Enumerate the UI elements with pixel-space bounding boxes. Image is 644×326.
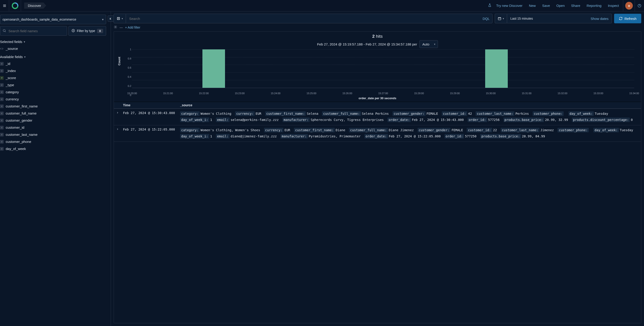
field-name: customer_gender — [6, 118, 32, 122]
field-item[interactable]: t_type — [0, 81, 108, 88]
filter-settings-button[interactable] — [114, 25, 117, 30]
field-item[interactable]: t_index — [0, 67, 108, 74]
field-item[interactable]: tcustomer_id — [0, 124, 108, 131]
field-kv: category:Women's Clothing, Women's Shoes — [180, 128, 262, 132]
chevron-down-icon: ▾ — [24, 55, 26, 59]
histogram-bar[interactable] — [202, 49, 225, 88]
date-range-input[interactable]: Last 15 minutes Show dates — [507, 14, 612, 23]
field-key: order_date: — [364, 134, 388, 138]
app-logo[interactable] — [9, 0, 21, 11]
number-field-icon: # — [0, 76, 4, 80]
xtick: 15:34:00 — [630, 92, 639, 95]
menu-share[interactable]: Share — [568, 2, 583, 9]
field-name: customer_phone — [6, 140, 31, 143]
results-panel: 2 hits Feb 27, 2024 @ 15:19:57.188 - Feb… — [114, 31, 641, 323]
add-filter-link[interactable]: + Add filter — [125, 26, 140, 29]
field-value: Pyramidustries, Primemaster — [309, 134, 361, 138]
user-avatar[interactable]: o — [625, 2, 633, 10]
search-input-wrap[interactable]: DQL — [126, 14, 492, 23]
field-key: customer_last_name: — [476, 111, 514, 116]
field-key: customer_id: — [467, 128, 492, 132]
xtick: 15:28:00 — [414, 92, 424, 95]
text-field-icon: t — [0, 90, 4, 94]
field-kv: products.discount_percentage:0 — [572, 118, 635, 122]
filter-by-type-button[interactable]: Filter by type 0 — [68, 26, 106, 36]
expand-row-button[interactable] — [116, 111, 123, 123]
field-kv: customer_last_name:Jimenez — [501, 128, 556, 132]
index-pattern-value: opensearch_dashboards_sample_data_ecomme… — [2, 18, 76, 21]
chevron-down-icon: ▾ — [122, 17, 123, 20]
text-field-icon: t — [0, 97, 4, 101]
field-value: 0 — [631, 118, 632, 122]
field-value: Tuesday — [620, 128, 633, 132]
field-key: products.discount_percentage: — [572, 117, 630, 122]
field-value: 28.99, 84.99 — [522, 134, 545, 138]
field-kv: customer_id:42 — [442, 112, 474, 115]
doc-source: category:Women's Clothing currency:EUR c… — [180, 111, 639, 123]
field-item[interactable]: tcustomer_first_name — [0, 103, 108, 110]
field-item[interactable]: tcategory — [0, 88, 108, 96]
xtick: 15:27:00 — [378, 92, 388, 95]
search-fields-input[interactable] — [8, 29, 64, 33]
show-dates-link[interactable]: Show dates — [590, 17, 608, 21]
refresh-button[interactable]: Refresh — [614, 14, 641, 23]
field-kv: order_id:577250 — [444, 134, 478, 138]
text-field-icon: t — [0, 62, 4, 66]
available-fields-header[interactable]: Available fields ▾ — [0, 54, 108, 60]
doc-table: Time _source Feb 27, 2024 @ 15:30:43.000… — [114, 102, 641, 142]
field-kv: customer_full_name:Diane Jimenez — [349, 128, 416, 132]
collapse-sidebar-button[interactable] — [108, 16, 114, 22]
dql-toggle[interactable]: DQL — [480, 17, 490, 21]
xtick: 15:32:00 — [558, 92, 567, 95]
interval-value: Auto — [422, 42, 430, 46]
col-time-header[interactable]: Time — [123, 103, 180, 107]
field-kv: products.base_price:28.99, 84.99 — [480, 134, 547, 138]
col-source-header[interactable]: _source — [180, 103, 639, 107]
index-pattern-select[interactable]: opensearch_dashboards_sample_data_ecomme… — [0, 15, 106, 24]
menu-inspect[interactable]: Inspect — [605, 2, 622, 9]
field-item[interactable]: #_score — [0, 74, 108, 81]
menu-try-new-discover[interactable]: Try new Discover — [494, 2, 525, 9]
field-kv: products.base_price:20.99, 32.99 — [504, 118, 570, 122]
search-icon — [2, 29, 6, 33]
interval-select[interactable]: Auto — [420, 40, 438, 48]
field-item[interactable]: t_id — [0, 60, 108, 67]
field-item[interactable]: tcurrency — [0, 96, 108, 103]
menu-open[interactable]: Open — [554, 2, 568, 9]
histogram-bar[interactable] — [485, 49, 508, 88]
field-item[interactable]: _source — [0, 45, 108, 52]
menu-new[interactable]: New — [526, 2, 538, 9]
search-input[interactable] — [129, 17, 480, 21]
field-name: day_of_week — [6, 147, 26, 151]
field-item[interactable]: tcustomer_phone — [0, 138, 108, 145]
field-key: customer_phone: — [558, 128, 588, 132]
svg-point-5 — [115, 27, 116, 28]
expand-row-button[interactable] — [116, 127, 123, 139]
field-key: customer_phone: — [533, 111, 564, 116]
help-button[interactable] — [635, 0, 644, 11]
field-item[interactable]: tday_of_week — [0, 145, 108, 152]
histogram-chart[interactable]: Count 15:20:0015:21:0015:22:0015:23:0015… — [118, 49, 636, 95]
field-kv: order_date:Feb 27, 2024 @ 15:22:05.000 — [364, 134, 442, 138]
menu-reporting[interactable]: Reporting — [584, 2, 604, 9]
saved-query-button[interactable]: ▾ — [114, 14, 126, 23]
breadcrumb[interactable]: Discover — [24, 3, 46, 9]
field-kv: day_of_week_i:1 — [180, 134, 214, 138]
field-value: 577250 — [465, 134, 476, 138]
selected-fields-header[interactable]: Selected fields ▾ — [0, 38, 108, 45]
field-name: _type — [6, 83, 14, 87]
search-fields-input-wrap[interactable] — [0, 26, 67, 36]
available-fields-label: Available fields — [0, 55, 23, 59]
field-name: category — [6, 90, 19, 94]
date-quick-button[interactable]: ▾ — [495, 14, 507, 23]
field-kv: customer_phone: — [558, 128, 591, 132]
field-key: category: — [180, 111, 200, 116]
menu-save[interactable]: Save — [540, 2, 553, 9]
menu-button[interactable] — [0, 0, 9, 11]
field-kv: currency:EUR — [235, 112, 263, 115]
field-kv: email:diane@jimenez-family.zzz — [216, 134, 279, 138]
field-item[interactable]: tcustomer_full_name — [0, 110, 108, 117]
field-item[interactable]: tcustomer_last_name — [0, 131, 108, 138]
field-name: customer_full_name — [6, 111, 36, 115]
field-item[interactable]: tcustomer_gender — [0, 117, 108, 124]
